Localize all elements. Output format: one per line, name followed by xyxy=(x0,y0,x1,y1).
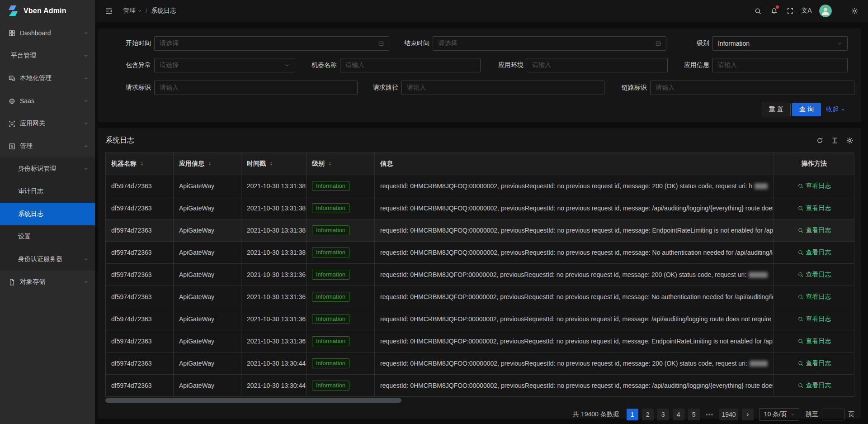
page-button-4[interactable]: 4 xyxy=(673,409,684,420)
table-row[interactable]: df5974d72363ApiGateWay2021-10-30 13:31:3… xyxy=(106,286,854,308)
chevron-down-icon xyxy=(83,98,89,104)
chevron-down-icon xyxy=(83,76,89,81)
table-row[interactable]: df5974d72363ApiGateWay2021-10-30 13:31:3… xyxy=(106,241,854,263)
magnifier-icon xyxy=(797,249,804,256)
sidebar-item-audit-logs[interactable]: 审计日志 xyxy=(0,180,95,203)
sidebar-item-dashboard[interactable]: Dashboard xyxy=(0,22,95,44)
request-id-input[interactable]: 请输入 xyxy=(154,81,358,95)
svg-text:A: A xyxy=(10,76,12,79)
sidebar-item-auth-server[interactable]: 身份认证服务器 xyxy=(0,248,95,271)
gear-icon[interactable] xyxy=(846,137,854,144)
refresh-icon[interactable] xyxy=(816,137,824,144)
view-log-link[interactable]: 查看日志 xyxy=(797,271,831,279)
table-row[interactable]: df5974d72363ApiGateWay2021-10-30 13:31:3… xyxy=(106,263,854,286)
jump-label: 跳至 xyxy=(806,410,818,419)
cell-message: requestId: 0HMCRBM8JQFOP:00000002, previ… xyxy=(380,271,746,278)
collapse-link[interactable]: 收起 xyxy=(826,105,845,114)
sidebar-item-settings[interactable]: 设置 xyxy=(0,225,95,248)
view-log-link[interactable]: 查看日志 xyxy=(797,204,831,212)
page-button-1940[interactable]: 1940 xyxy=(719,409,738,420)
page-button-2[interactable]: 2 xyxy=(642,409,654,420)
view-log-link[interactable]: 查看日志 xyxy=(797,315,831,323)
page-button-1[interactable]: 1 xyxy=(627,409,638,420)
scrollbar-thumb[interactable] xyxy=(105,398,401,403)
cell-app-info: ApiGateWay xyxy=(179,271,214,278)
sidebar-item-system-logs[interactable]: 系统日志 xyxy=(0,203,95,225)
level-badge: Information xyxy=(312,181,349,191)
next-page-button[interactable] xyxy=(742,409,754,420)
app-title: Vben Admin xyxy=(24,7,66,15)
page-ellipsis: ••• xyxy=(703,409,716,420)
table-row[interactable]: df5974d72363ApiGateWay2021-10-30 13:31:3… xyxy=(106,219,854,241)
translate-icon[interactable]: 文A xyxy=(798,0,815,22)
app-info-input[interactable]: 请输入 xyxy=(712,58,848,72)
chevron-down-icon xyxy=(83,121,89,126)
table-row[interactable]: df5974d72363ApiGateWay2021-10-30 13:31:3… xyxy=(106,308,854,330)
row-height-icon[interactable] xyxy=(831,137,839,144)
table-row[interactable]: df5974d72363ApiGateWay2021-10-30 13:31:3… xyxy=(106,330,854,352)
page-button-3[interactable]: 3 xyxy=(657,409,669,420)
column-header-2[interactable]: 时间戳 xyxy=(241,153,307,175)
table-row[interactable]: df5974d72363ApiGateWay2021-10-30 13:30:4… xyxy=(106,374,854,396)
cell-machine-name: df5974d72363 xyxy=(111,360,152,367)
request-path-input[interactable]: 请输入 xyxy=(401,81,604,95)
magnifier-icon xyxy=(797,183,804,189)
level-badge: Information xyxy=(312,225,349,236)
cell-message: requestId: 0HMCRBM8JQFOP:00000002, previ… xyxy=(380,293,774,300)
column-header-0[interactable]: 机器名称 xyxy=(106,153,174,175)
magnifier-icon xyxy=(797,294,804,300)
view-log-link[interactable]: 查看日志 xyxy=(797,248,831,257)
machine-name-field: 机器名称请输入 xyxy=(310,58,481,72)
field-label: 机器名称 xyxy=(310,61,337,69)
sidebar-item-object-storage[interactable]: 对象存储 xyxy=(0,271,95,293)
gear-icon[interactable] xyxy=(846,0,863,22)
column-header-1[interactable]: 应用信息 xyxy=(174,153,241,175)
sidebar-item-identity-management[interactable]: 身份标识管理 xyxy=(0,157,95,180)
reset-button[interactable]: 重 置 xyxy=(762,103,791,116)
breadcrumb-item-parent[interactable]: 管理 xyxy=(123,7,142,15)
page-size-select[interactable]: 10 条/页 xyxy=(759,408,799,421)
start-time-input[interactable]: 请选择 xyxy=(154,36,389,51)
sidebar-fold-icon[interactable] xyxy=(102,0,115,22)
include-exception-input[interactable]: 请选择 xyxy=(154,58,295,72)
table-row[interactable]: df5974d72363ApiGateWay2021-10-30 13:31:3… xyxy=(106,175,854,197)
magnifier-icon xyxy=(797,316,804,322)
view-log-link[interactable]: 查看日志 xyxy=(797,359,831,367)
table-row[interactable]: df5974d72363ApiGateWay2021-10-30 13:31:3… xyxy=(106,197,854,219)
redacted-block xyxy=(755,183,768,189)
view-log-link[interactable]: 查看日志 xyxy=(797,182,831,190)
sort-icon xyxy=(327,161,333,167)
view-log-link[interactable]: 查看日志 xyxy=(797,381,831,390)
jump-page-input[interactable] xyxy=(822,409,844,420)
avatar[interactable] xyxy=(819,5,832,17)
query-button[interactable]: 查 询 xyxy=(792,103,821,116)
sidebar-item-app-gateway[interactable]: 应用网关 xyxy=(0,112,95,135)
cell-timestamp: 2021-10-30 13:30:44 xyxy=(247,382,306,389)
page-button-5[interactable]: 5 xyxy=(688,409,700,420)
search-icon[interactable] xyxy=(750,0,766,22)
cell-timestamp: 2021-10-30 13:31:36 xyxy=(247,338,306,345)
column-header-5: 操作方法 xyxy=(774,153,855,175)
view-log-link[interactable]: 查看日志 xyxy=(797,226,831,234)
top-header: 管理 / 系统日志 文A xyxy=(95,0,868,22)
end-time-input[interactable]: 请选择 xyxy=(433,36,666,51)
sidebar-item-platform-management[interactable]: 平台管理 xyxy=(0,44,95,67)
logo[interactable]: Vben Admin xyxy=(0,0,95,22)
table-row[interactable]: df5974d72363ApiGateWay2021-10-30 13:30:4… xyxy=(106,352,854,374)
app-env-input[interactable]: 请输入 xyxy=(527,58,668,72)
bell-icon[interactable] xyxy=(766,0,782,22)
view-log-link[interactable]: 查看日志 xyxy=(797,337,831,345)
sidebar-item-localization[interactable]: A本地化管理 xyxy=(0,67,95,90)
fullscreen-icon[interactable] xyxy=(782,0,798,22)
trace-id-input[interactable]: 请输入 xyxy=(650,81,854,95)
machine-name-input[interactable]: 请输入 xyxy=(340,58,481,72)
sidebar-item-label: 设置 xyxy=(18,233,31,241)
magnifier-icon xyxy=(797,205,804,211)
column-header-3[interactable]: 级别 xyxy=(307,153,375,175)
cell-timestamp: 2021-10-30 13:30:44 xyxy=(247,360,306,367)
level-badge: Information xyxy=(312,336,349,347)
view-log-link[interactable]: 查看日志 xyxy=(797,293,831,301)
level-input[interactable]: Information xyxy=(712,36,848,51)
sidebar-item-management[interactable]: 管理 xyxy=(0,135,95,157)
sidebar-item-saas[interactable]: Saas xyxy=(0,90,95,112)
